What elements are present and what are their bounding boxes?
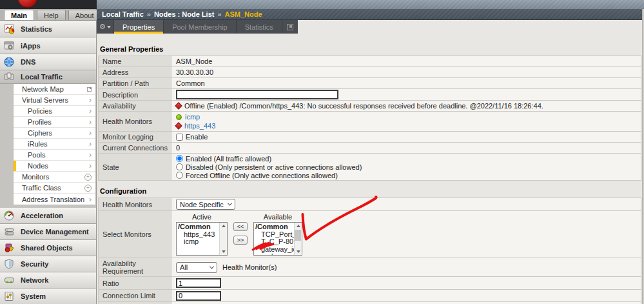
submenu-item-traffic-class[interactable]: Traffic Class + [14,183,95,194]
availability-status: Offline (Enabled) /Common/https_443: No … [184,102,543,110]
plus-circle-icon[interactable]: + [84,185,92,192]
active-list-header: Active [192,213,211,221]
chevron-right-icon: › [89,141,92,147]
state-disabled-radio[interactable] [176,163,183,170]
tab-properties[interactable]: Properties [114,20,164,34]
iapps-icon [3,40,16,52]
tab-help[interactable]: Help [37,10,66,20]
scrollbar[interactable] [219,223,227,255]
local-traffic-submenu: Network Map Virtual Servers › Policies ›… [13,84,96,205]
sidebar-item-device-management[interactable]: Device Management [0,224,96,240]
chevron-down-icon [210,264,214,269]
submenu-item-ciphers[interactable]: Ciphers › [14,128,95,139]
local-traffic-icon [3,71,16,83]
submenu-item-irules[interactable]: iRules › [14,139,95,150]
breadcrumb-page[interactable]: Nodes : Node List [154,10,215,18]
current-connections-value: 0 [176,144,180,152]
sidebar-item-network[interactable]: Network [0,272,96,289]
submenu-item-pools[interactable]: Pools › [14,150,95,161]
connection-limit-input[interactable] [176,291,221,301]
sidebar-item-acceleration[interactable]: Acceleration [0,208,96,224]
chevron-right-icon: › [89,163,92,169]
bigip-window: Main Help About Statistics iApps DNS [0,0,644,304]
monitor-link-https-443[interactable]: https_443 [184,122,215,130]
properties-page: General Properties Name ASM_Node Address… [97,45,644,304]
name-value: ASM_Node [176,57,212,65]
available-monitors-listbox[interactable]: /Common TCP_Port_80 T_C_P-80 gateway_icm… [253,222,302,256]
configuration-heading: Configuration [100,187,644,195]
health-monitors-select[interactable]: Node Specific [176,199,235,210]
plus-circle-icon[interactable]: + [84,174,92,181]
available-list-header: Available [264,213,292,221]
breadcrumb-separator: » [217,10,221,18]
table-row-current-connections: Current Connections 0 [99,143,641,154]
status-down-icon [175,102,182,109]
monitor-logging-checkbox[interactable] [176,134,183,141]
sidebar: Main Help About Statistics iApps DNS [0,9,97,304]
main-content: Local Traffic » Nodes : Node List » ASM_… [97,9,644,304]
tab-about[interactable]: About [68,10,101,20]
submenu-item-nodes[interactable]: Nodes › [14,161,95,172]
table-row-availability: Availability Offline (Enabled) /Common/h… [99,101,641,112]
sidebar-item-statistics[interactable]: Statistics [0,21,96,37]
state-forced-offline-radio[interactable] [176,172,183,179]
move-to-available-button[interactable]: >> [233,236,248,245]
submenu-item-network-map[interactable]: Network Map [14,84,95,95]
sidebar-item-dns[interactable]: DNS [0,54,96,70]
monitor-link-icmp[interactable]: icmp [185,113,200,121]
scroll-down-icon[interactable] [297,250,300,253]
table-row-address: Address 30.30.30.30 [99,67,641,78]
breadcrumb-separator: » [147,10,151,18]
table-row-connection-rate-limit: Connection Rate Limit [99,302,641,304]
table-row-state: State Enabled (All traffic allowed) Disa… [99,154,641,181]
table-row-description: Description [99,89,641,101]
submenu-item-profiles[interactable]: Profiles › [14,117,95,128]
device-management-icon [3,226,16,238]
chevron-right-icon: › [89,130,92,136]
dns-icon [3,56,16,68]
tab-main[interactable]: Main [4,10,34,20]
open-in-window-button[interactable] [282,20,298,34]
table-row-name: Name ASM_Node [99,56,641,67]
availability-requirement-select[interactable]: All [176,262,217,273]
table-row-partition: Partition / Path Common [99,78,641,89]
scrollbar-thumb[interactable] [295,230,301,241]
tab-pool-membership[interactable]: Pool Membership [164,20,237,34]
sidebar-item-security[interactable]: Security [0,256,96,272]
breadcrumb: Local Traffic » Nodes : Node List » ASM_… [97,9,644,20]
page-tabbar: ⚙ Properties Pool Membership Statistics [97,20,644,34]
options-menu-button[interactable]: ⚙ [97,20,114,34]
popout-icon [287,24,293,30]
sidebar-item-shared-objects[interactable]: Shared Objects [0,240,96,256]
system-icon [3,290,16,302]
acceleration-icon [3,210,16,221]
submenu-item-virtual-servers[interactable]: Virtual Servers › [14,95,95,106]
sidebar-item-iapps[interactable]: iApps [0,37,96,54]
submenu-item-address-translation[interactable]: Address Translation › [14,194,95,205]
submenu-item-monitors[interactable]: Monitors + [14,172,95,183]
scroll-up-icon[interactable] [297,225,300,227]
description-input[interactable] [176,90,338,99]
move-to-active-button[interactable]: << [233,222,248,231]
sidebar-item-local-traffic[interactable]: Local Traffic [0,70,96,84]
network-icon [3,274,16,286]
table-row-select-monitors: Select Monitors Active /Common https_443… [99,211,641,258]
table-row-connection-limit: Connection Limit [99,290,641,302]
breadcrumb-section[interactable]: Local Traffic [102,10,144,18]
statistics-icon [3,23,16,35]
sidebar-item-system[interactable]: System [0,289,96,304]
scroll-down-icon[interactable] [222,250,226,253]
scroll-up-icon[interactable] [222,225,226,227]
submenu-item-policies[interactable]: Policies › [14,106,95,117]
chevron-down-icon [228,201,232,206]
active-monitors-listbox[interactable]: /Common https_443 icmp [176,222,228,256]
chevron-right-icon: › [89,196,92,203]
breadcrumb-current: ASM_Node [225,10,262,18]
state-enabled-radio[interactable] [176,155,183,162]
chevron-down-icon [107,26,111,28]
configuration-table: Health Monitors Node Specific Select Mon… [98,198,641,304]
ratio-input[interactable] [176,278,221,288]
sidebar-tab-strip: Main Help About [0,9,96,21]
tab-statistics[interactable]: Statistics [237,20,282,34]
popout-icon [87,87,92,92]
